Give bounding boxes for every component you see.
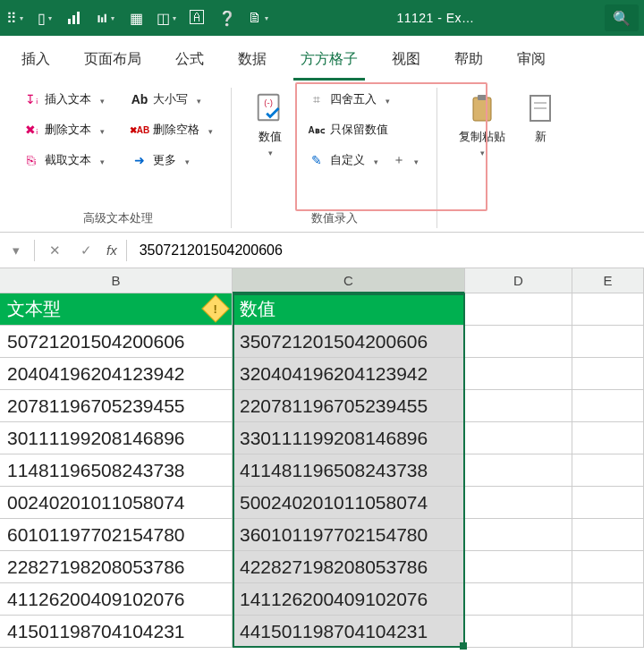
cell-empty[interactable] (572, 551, 644, 583)
cell-empty[interactable] (465, 358, 572, 390)
tab-insert[interactable]: 插入 (14, 45, 57, 81)
cell-numeric[interactable]: 141126200409102076 (233, 583, 465, 616)
cell-numeric[interactable]: 330111199208146896 (233, 422, 465, 454)
table-icon[interactable]: ▦ (127, 9, 145, 27)
cell-text-type[interactable]: 22827198208053786 (0, 551, 233, 583)
copy-paste-label: 复制粘贴 (459, 129, 505, 145)
search-button[interactable]: 🔍 (605, 4, 639, 31)
header-cell-c[interactable]: 数值 (233, 293, 465, 326)
svg-rect-9 (478, 95, 487, 100)
tab-review[interactable]: 审阅 (510, 45, 553, 81)
cell-text-type[interactable]: 30111199208146896 (0, 422, 233, 454)
cell-text-type[interactable]: 50721201504200606 (0, 326, 233, 358)
new-label: 新 (535, 129, 547, 145)
chevron-down-icon (382, 93, 390, 106)
cell-empty[interactable] (572, 358, 644, 390)
ribbon-tabs: 插入 页面布局 公式 数据 方方格子 视图 帮助 审阅 (0, 36, 644, 81)
chevron-down-icon (97, 93, 105, 106)
cell-empty[interactable] (465, 326, 572, 358)
shapes-icon[interactable]: ◫ (157, 9, 175, 27)
cell-empty[interactable] (465, 390, 572, 422)
cell-empty[interactable] (465, 422, 572, 454)
cell-empty[interactable] (465, 551, 572, 583)
cell-empty[interactable] (572, 616, 644, 648)
plus-icon[interactable]: ＋ (393, 152, 405, 168)
tab-help[interactable]: 帮助 (447, 45, 490, 81)
cell-numeric[interactable]: 360101197702154780 (233, 519, 465, 551)
cell-empty[interactable] (465, 583, 572, 616)
new-button[interactable]: 新 (514, 88, 566, 149)
trim-spaces-label: 删除空格 (153, 122, 199, 138)
help-icon[interactable]: ❔ (218, 9, 236, 27)
keep-value-icon: Aʙᴄ (309, 122, 325, 138)
numeric-label: 数值 (258, 129, 282, 145)
cell-text-type[interactable]: 00240201011058074 (0, 487, 233, 519)
tab-data[interactable]: 数据 (231, 45, 274, 81)
col-header-e[interactable]: E (572, 268, 644, 293)
cancel-formula-button[interactable]: ✕ (44, 242, 66, 259)
insert-text-button[interactable]: ↧ᵢ 插入文本 (18, 88, 110, 111)
tab-fangfanggezi[interactable]: 方方格子 (293, 45, 365, 81)
col-header-b[interactable]: B (0, 268, 233, 293)
fx-icon[interactable]: fx (106, 242, 117, 258)
cell-empty[interactable] (465, 293, 572, 326)
grid-dots-icon[interactable]: ⠿ (5, 9, 23, 27)
cell-empty[interactable] (572, 519, 644, 551)
svg-rect-2 (77, 12, 80, 24)
tab-view[interactable]: 视图 (385, 45, 428, 81)
cell-empty[interactable] (572, 326, 644, 358)
cell-empty[interactable] (572, 293, 644, 326)
col-header-d[interactable]: D (465, 268, 572, 293)
column-chart-icon[interactable] (97, 9, 114, 27)
cell-numeric[interactable]: 220781196705239455 (233, 390, 465, 422)
round-button[interactable]: ⌗ 四舍五入 (303, 88, 424, 111)
copy-paste-button[interactable]: 复制粘贴 ▾ (450, 88, 514, 161)
cell-text-type[interactable]: 20404196204123942 (0, 358, 233, 390)
accept-formula-button[interactable]: ✓ (75, 242, 97, 259)
cell-text-type[interactable]: 41126200409102076 (0, 583, 233, 616)
col-header-c[interactable]: C (233, 268, 465, 293)
more-button[interactable]: ➜ 更多 (126, 149, 218, 172)
cell-numeric[interactable]: 500240201011058074 (233, 487, 465, 519)
cell-empty[interactable] (572, 487, 644, 519)
cell-text-type[interactable]: 11481196508243738 (0, 454, 233, 487)
cell-numeric[interactable]: 411481196508243738 (233, 454, 465, 487)
tab-formulas[interactable]: 公式 (168, 45, 211, 81)
cell-empty[interactable] (465, 519, 572, 551)
cell-empty[interactable] (572, 390, 644, 422)
chevron-down-icon (370, 154, 378, 167)
chevron-down-icon (411, 154, 419, 167)
cell-empty[interactable] (465, 454, 572, 487)
cell-empty[interactable] (572, 583, 644, 616)
header-cell-b[interactable]: 文本型 (0, 293, 233, 326)
cell-numeric[interactable]: 350721201504200606 (233, 326, 465, 358)
vert-bar-icon[interactable]: ▯ (36, 9, 54, 27)
cell-numeric[interactable]: 422827198208053786 (233, 551, 465, 583)
keep-value-button[interactable]: Aʙᴄ 只保留数值 (303, 118, 424, 141)
cell-numeric[interactable]: 320404196204123942 (233, 358, 465, 390)
case-icon: Ab (131, 91, 148, 107)
cell-empty[interactable] (572, 422, 644, 454)
extract-text-button[interactable]: ⎘ᵢ 截取文本 (18, 149, 110, 172)
formula-input[interactable] (136, 239, 637, 262)
tab-page-layout[interactable]: 页面布局 (77, 45, 148, 81)
cell-empty[interactable] (465, 487, 572, 519)
bar-chart-icon[interactable] (66, 9, 84, 27)
text-box-icon[interactable]: 🄰 (188, 9, 206, 27)
svg-text:(-): (-) (264, 98, 273, 107)
page-icon[interactable]: 🗎 (249, 9, 267, 27)
numeric-button[interactable]: (-) 数值 ▾ (244, 88, 296, 161)
cell-empty[interactable] (465, 616, 572, 648)
case-button[interactable]: Ab 大小写 (126, 88, 218, 111)
delete-text-button[interactable]: ✖ᵢ 删除文本 (18, 118, 110, 141)
cell-empty[interactable] (572, 454, 644, 487)
trim-spaces-button[interactable]: ✖AB 删除空格 (126, 118, 218, 141)
cell-text-type[interactable]: 41501198704104231 (0, 616, 233, 648)
cell-text-type[interactable]: 60101197702154780 (0, 519, 233, 551)
chevron-down-icon (205, 123, 213, 137)
cell-numeric[interactable]: 441501198704104231 (233, 616, 465, 648)
cell-text-type[interactable]: 20781196705239455 (0, 390, 233, 422)
name-box-dropdown[interactable]: ▾ (7, 242, 25, 259)
grid[interactable]: 文本型 数值 507212015042006063507212015042006… (0, 293, 644, 648)
custom-button[interactable]: ✎ 自定义 ＋ (303, 149, 424, 172)
